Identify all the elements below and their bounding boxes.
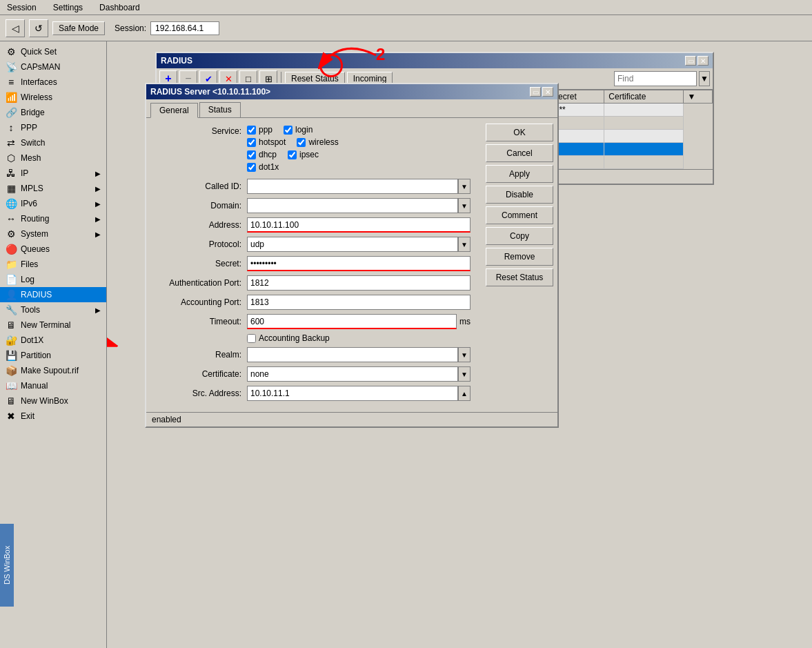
realm-input[interactable] [247,347,458,362]
new-terminal-icon: 🖥 [6,320,17,331]
dot1x-checkbox[interactable] [247,163,256,172]
cancel-button[interactable]: Cancel [486,144,553,162]
sidebar-item-log[interactable]: 📄 Log [0,272,106,287]
sidebar-item-make-supout[interactable]: 📦 Make Supout.rif [0,363,106,378]
dhcp-checkbox[interactable] [247,150,256,159]
sidebar-item-dot1x[interactable]: 🔐 Dot1X [0,333,106,348]
ppp-checkbox[interactable] [247,126,256,135]
check-ppp[interactable]: ppp [247,125,273,135]
sidebar-label-quick-set: Quick Set [21,47,57,57]
secret-input[interactable] [247,256,471,271]
menu-bar: Session Settings Dashboard [0,0,812,15]
check-row-2: hotspot wireless [247,137,471,147]
src-addr-dropdown[interactable]: ▲ [458,386,471,401]
sidebar-item-exit[interactable]: ✖ Exit [0,409,106,424]
sidebar-label-exit: Exit [21,411,34,421]
sidebar-item-tools[interactable]: 🔧 Tools ▶ [0,302,106,317]
find-dropdown-button[interactable]: ▼ [699,71,710,86]
dialog-restore-button[interactable]: ▭ [530,87,541,97]
cert-dropdown[interactable]: ▼ [458,366,471,382]
sidebar-item-ppp[interactable]: ↕ PPP [0,120,106,135]
sidebar-item-mpls[interactable]: ▦ MPLS ▶ [0,181,106,196]
sidebar-item-capsman[interactable]: 📡 CAPsMAN [0,59,106,75]
dialog-controls: ▭ ✕ [530,87,553,97]
menu-dashboard[interactable]: Dashboard [95,1,144,14]
restore-button[interactable]: ▭ [685,56,696,66]
acct-port-input[interactable] [247,295,471,310]
sidebar-item-mesh[interactable]: ⬡ Mesh [0,150,106,166]
dialog-close-button[interactable]: ✕ [542,87,553,97]
service-checks: ppp login hotspot [247,125,471,175]
auth-port-input[interactable] [247,275,471,291]
menu-session[interactable]: Session [3,1,41,14]
src-addr-input[interactable] [247,386,458,401]
hotspot-checkbox[interactable] [247,138,256,147]
tab-general[interactable]: General [150,103,198,118]
sidebar-item-wireless[interactable]: 📶 Wireless [0,90,106,105]
col-expand[interactable]: ▼ [683,90,712,104]
tab-status[interactable]: Status [199,102,241,117]
safemode-button[interactable]: Safe Mode [52,21,105,35]
check-hotspot[interactable]: hotspot [247,137,286,147]
address-input[interactable] [247,217,471,233]
copy-button[interactable]: Copy [486,227,553,245]
refresh-button[interactable]: ↺ [29,19,48,37]
ok-button[interactable]: OK [486,124,553,141]
close-button[interactable]: ✕ [697,56,709,66]
sidebar-item-quick-set[interactable]: ⚙ Quick Set [0,44,106,59]
acct-backup-checkbox[interactable] [247,334,256,343]
reset-status-dialog-button[interactable]: Reset Status [486,268,553,286]
menu-settings[interactable]: Settings [49,1,87,14]
sidebar-item-switch[interactable]: ⇄ Switch [0,135,106,150]
sidebar-item-files[interactable]: 📁 Files [0,257,106,272]
check-dhcp[interactable]: dhcp [247,150,277,159]
sidebar-item-new-winbox[interactable]: 🖥 New WinBox [0,393,106,409]
sidebar-item-ipv6[interactable]: 🌐 IPv6 ▶ [0,196,106,211]
sidebar-item-queues[interactable]: 🔴 Queues [0,242,106,257]
sidebar-item-manual[interactable]: 📖 Manual [0,378,106,393]
apply-button[interactable]: Apply [486,165,553,183]
check-dot1x[interactable]: dot1x [247,162,279,172]
sidebar-item-new-terminal[interactable]: 🖥 New Terminal [0,317,106,333]
login-checkbox[interactable] [284,126,293,135]
switch-icon: ⇄ [6,137,17,148]
remove-button[interactable]: Remove [486,248,553,266]
row-certificate [604,117,683,130]
disable-button[interactable]: Disable [486,186,553,204]
sidebar-label-dot1x: Dot1X [21,335,43,345]
files-icon: 📁 [6,259,17,270]
dialog-titlebar: RADIUS Server <10.10.11.100> ▭ ✕ [146,84,557,99]
timeout-input[interactable] [247,314,457,329]
sidebar-label-partition: Partition [21,351,51,360]
sidebar-item-interfaces[interactable]: ≡ Interfaces [0,75,106,90]
sidebar-label-manual: Manual [21,381,48,391]
sidebar-item-partition[interactable]: 💾 Partition [0,348,106,363]
service-row: Service: ppp login [157,125,471,175]
sidebar-item-system[interactable]: ⚙ System ▶ [0,226,106,242]
realm-dropdown[interactable]: ▼ [458,347,471,362]
domain-dropdown[interactable]: ▼ [458,198,471,213]
cert-input[interactable] [247,366,458,382]
sidebar-item-bridge[interactable]: 🔗 Bridge [0,105,106,120]
called-id-dropdown[interactable]: ▼ [458,179,471,194]
src-addr-row: Src. Address: ▲ [157,386,471,401]
protocol-input[interactable] [247,237,458,252]
check-wireless[interactable]: wireless [297,137,338,147]
find-input[interactable] [614,71,697,86]
called-id-input[interactable] [247,179,458,194]
ipsec-checkbox[interactable] [288,150,297,159]
check-login[interactable]: login [284,125,313,135]
session-label: Session: [115,23,146,33]
back-button[interactable]: ◁ [6,19,25,37]
check-ipsec[interactable]: ipsec [288,150,319,159]
session-ip[interactable]: 192.168.64.1 [150,21,219,35]
wireless-checkbox[interactable] [297,138,306,147]
sidebar-item-routing[interactable]: ↔ Routing ▶ [0,211,106,226]
sidebar-label-queues: Queues [21,244,50,254]
sidebar-item-ip[interactable]: 🖧 IP ▶ [0,166,106,181]
protocol-dropdown[interactable]: ▼ [458,237,471,252]
comment-button[interactable]: Comment [486,206,553,224]
domain-input[interactable] [247,198,458,213]
sidebar-item-radius[interactable]: 👤 RADIUS [0,287,106,302]
acct-backup-check[interactable]: Accounting Backup [247,333,330,343]
